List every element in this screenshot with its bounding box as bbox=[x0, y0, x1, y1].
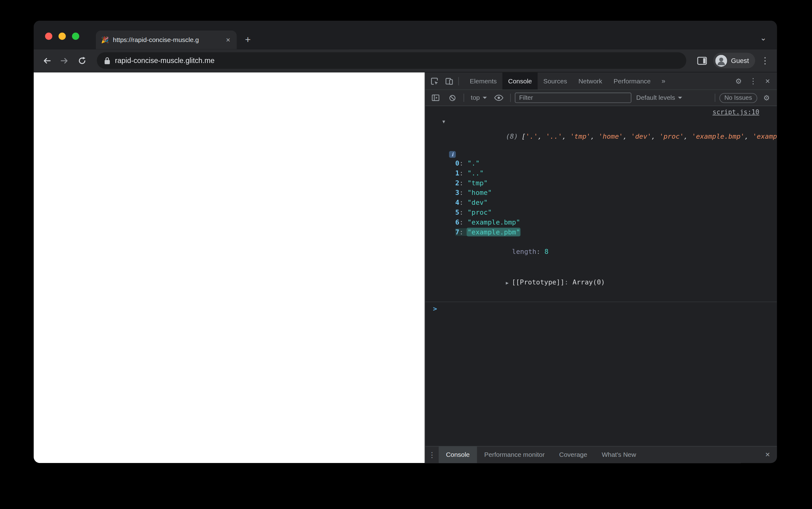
array-entry-separator: : bbox=[459, 179, 467, 187]
side-panel-button[interactable] bbox=[695, 54, 709, 67]
info-row: i bbox=[425, 148, 777, 159]
clear-console-icon bbox=[448, 94, 456, 102]
drawer-tab-what-s-new[interactable]: What's New bbox=[595, 447, 644, 463]
profile-name: Guest bbox=[731, 57, 749, 64]
array-entry-row: 3: "home" bbox=[425, 188, 777, 198]
preview-item-string: 'example.pbm' bbox=[753, 133, 777, 140]
preview-item-separator: , bbox=[684, 133, 692, 140]
tab-search-chevron-icon[interactable]: ⌄ bbox=[760, 33, 767, 42]
toolbar-separator bbox=[510, 94, 511, 102]
side-panel-icon bbox=[697, 56, 707, 65]
clear-console-button[interactable] bbox=[445, 90, 460, 105]
forward-button[interactable] bbox=[58, 54, 71, 67]
array-entry[interactable]: 6: "example.bmp" bbox=[455, 218, 520, 226]
preview-item-string: '..' bbox=[546, 133, 562, 140]
minimize-window-button[interactable] bbox=[58, 33, 66, 40]
preview-item-separator: , bbox=[745, 133, 753, 140]
drawer-tab-coverage[interactable]: Coverage bbox=[552, 447, 595, 463]
expander-open-icon[interactable]: ▼ bbox=[442, 119, 445, 124]
inspect-element-button[interactable] bbox=[427, 73, 442, 90]
preview-item-string: 'home' bbox=[599, 133, 623, 140]
log-levels-selector[interactable]: Default levels bbox=[633, 94, 685, 101]
drawer-close-icon[interactable]: ✕ bbox=[758, 447, 777, 463]
close-window-button[interactable] bbox=[45, 33, 52, 40]
live-expression-button[interactable] bbox=[492, 90, 506, 105]
devtools-panel: ElementsConsoleSourcesNetworkPerformance… bbox=[425, 73, 777, 463]
prototype-row[interactable]: ▶[[Prototype]]: Array(0) bbox=[425, 267, 777, 299]
filter-input[interactable] bbox=[515, 93, 632, 103]
source-row: script.js:10 bbox=[425, 106, 777, 116]
toolbar-separator bbox=[464, 94, 464, 102]
inspect-icon bbox=[431, 77, 439, 85]
devtools-tab-elements[interactable]: Elements bbox=[464, 73, 502, 90]
source-link[interactable]: script.js:10 bbox=[712, 108, 759, 116]
expander-closed-icon[interactable]: ▶ bbox=[506, 280, 509, 286]
browser-window: 🎉 https://rapid-concise-muscle.g ✕ + ⌄ r… bbox=[34, 21, 777, 463]
drawer-tab-performance-monitor[interactable]: Performance monitor bbox=[477, 447, 552, 463]
array-entry-index: 5 bbox=[455, 208, 459, 216]
profile-chip[interactable]: Guest bbox=[713, 53, 755, 68]
array-entry-separator: : bbox=[459, 159, 467, 167]
array-entry[interactable]: 1: ".." bbox=[455, 169, 483, 177]
tab-close-icon[interactable]: ✕ bbox=[225, 36, 231, 43]
array-entry[interactable]: 3: "home" bbox=[455, 189, 492, 197]
devtools-tab-performance[interactable]: Performance bbox=[608, 73, 656, 90]
array-entry-index: 4 bbox=[455, 199, 459, 206]
drawer-tabs: ConsolePerformance monitorCoverageWhat's… bbox=[439, 447, 644, 463]
browser-menu-kebab-icon[interactable]: ⋮ bbox=[759, 55, 771, 66]
devtools-tab-network[interactable]: Network bbox=[573, 73, 608, 90]
array-entry-value: "dev" bbox=[468, 199, 488, 206]
array-preview-row[interactable]: ▼ (8)['.', '..', 'tmp', 'home', 'dev', '… bbox=[425, 116, 777, 148]
drawer-tab-console[interactable]: Console bbox=[439, 447, 477, 463]
lock-icon bbox=[104, 57, 111, 65]
drawer-menu-kebab-icon[interactable]: ⋮ bbox=[425, 447, 439, 463]
array-entry-row: 7: "example.pbm" bbox=[425, 227, 777, 237]
array-entry-row: 4: "dev" bbox=[425, 198, 777, 208]
forward-icon bbox=[60, 56, 68, 65]
preview-item-separator: , bbox=[591, 133, 599, 140]
browser-tab[interactable]: 🎉 https://rapid-concise-muscle.g ✕ bbox=[96, 31, 237, 49]
devtools-tab-console[interactable]: Console bbox=[502, 73, 538, 90]
web-page[interactable] bbox=[34, 73, 425, 463]
devtools-controls: ⚙ ⋮ ✕ bbox=[731, 76, 775, 86]
array-entry[interactable]: 5: "proc" bbox=[455, 208, 492, 216]
array-entry-highlighted[interactable]: 7: "example.pbm" bbox=[455, 228, 520, 236]
array-entry-row: 6: "example.bmp" bbox=[425, 217, 777, 227]
array-entry[interactable]: 4: "dev" bbox=[455, 199, 488, 206]
context-selector[interactable]: top bbox=[468, 94, 490, 101]
new-tab-button[interactable]: + bbox=[245, 35, 251, 44]
array-entry[interactable]: 0: "." bbox=[455, 159, 479, 167]
devtools-menu-kebab-icon[interactable]: ⋮ bbox=[746, 76, 760, 86]
array-entry-separator: : bbox=[459, 228, 467, 236]
window-content: ElementsConsoleSourcesNetworkPerformance… bbox=[34, 73, 777, 463]
array-entry[interactable]: 2: "tmp" bbox=[455, 179, 488, 187]
reload-icon bbox=[77, 56, 86, 65]
traffic-lights bbox=[45, 33, 80, 40]
preview-item-string: '.' bbox=[526, 133, 538, 140]
prototype-value: Array(0) bbox=[573, 278, 605, 286]
array-entry-row: 2: "tmp" bbox=[425, 178, 777, 188]
devtools-close-icon[interactable]: ✕ bbox=[760, 77, 775, 84]
console-sidebar-button[interactable] bbox=[428, 90, 443, 105]
issues-badge[interactable]: No Issues bbox=[719, 93, 757, 103]
array-entry-index: 6 bbox=[455, 218, 459, 226]
reload-button[interactable] bbox=[75, 54, 89, 67]
device-toolbar-button[interactable] bbox=[442, 73, 457, 90]
back-button[interactable] bbox=[40, 54, 54, 67]
array-length-badge: (8) bbox=[506, 133, 518, 140]
devtools-tab-sources[interactable]: Sources bbox=[538, 73, 573, 90]
devtools-settings-gear-icon[interactable]: ⚙ bbox=[731, 77, 746, 85]
more-panels-chevron-icon[interactable]: » bbox=[656, 77, 671, 85]
device-toolbar-icon bbox=[445, 77, 453, 85]
console-settings-gear-icon[interactable]: ⚙ bbox=[759, 90, 774, 105]
address-bar[interactable]: rapid-concise-muscle.glitch.me bbox=[97, 52, 686, 69]
preview-item-string: 'dev' bbox=[631, 133, 652, 140]
zoom-window-button[interactable] bbox=[72, 33, 79, 40]
length-label: length bbox=[512, 248, 536, 256]
chevron-down-icon bbox=[678, 97, 682, 99]
back-icon bbox=[42, 56, 51, 65]
array-entry-index: 1 bbox=[455, 169, 459, 177]
browser-toolbar: rapid-concise-muscle.glitch.me Guest ⋮ bbox=[34, 49, 777, 72]
screenshot-stage: 🎉 https://rapid-concise-muscle.g ✕ + ⌄ r… bbox=[0, 0, 812, 509]
console-prompt[interactable]: > bbox=[425, 302, 777, 315]
